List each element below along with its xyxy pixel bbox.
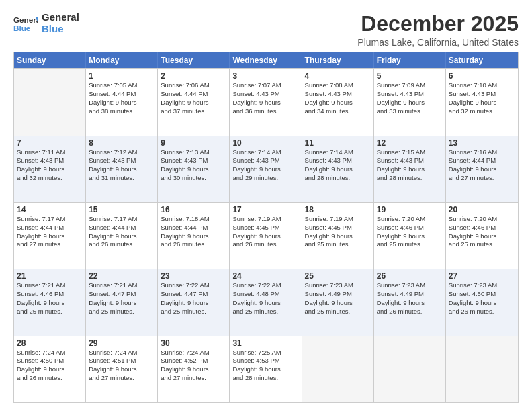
calendar-page: General Blue General Blue December 2025 … (0, 0, 532, 411)
day-number: 28 (17, 338, 83, 348)
sunset: Sunset: 4:49 PM (305, 290, 371, 299)
calendar-row-3: 21Sunrise: 7:21 AMSunset: 4:46 PMDayligh… (14, 269, 518, 335)
logo-icon: General Blue (13, 14, 38, 33)
logo-general: General (42, 12, 79, 24)
calendar-cell-0-0 (14, 69, 86, 135)
calendar-cell-3-4: 25Sunrise: 7:23 AMSunset: 4:49 PMDayligh… (302, 269, 374, 335)
day-number: 15 (89, 205, 154, 214)
daylight-minutes: and 30 minutes. (161, 174, 226, 183)
calendar-cell-4-3: 31Sunrise: 7:25 AMSunset: 4:53 PMDayligh… (230, 336, 302, 402)
month-title: December 2025 (357, 12, 519, 36)
daylight-label: Daylight: 9 hours (377, 99, 443, 107)
daylight-minutes: and 36 minutes. (232, 107, 298, 116)
calendar-cell-2-4: 18Sunrise: 7:19 AMSunset: 4:45 PMDayligh… (302, 203, 374, 269)
daylight-label: Daylight: 9 hours (449, 232, 515, 241)
calendar-cell-2-2: 16Sunrise: 7:18 AMSunset: 4:44 PMDayligh… (158, 203, 230, 269)
sunset: Sunset: 4:44 PM (449, 156, 515, 165)
daylight-minutes: and 25 minutes. (377, 240, 443, 249)
sunrise: Sunrise: 7:24 AM (89, 349, 154, 357)
title-block: December 2025 Plumas Lake, California, U… (357, 12, 519, 48)
sunrise: Sunrise: 7:23 AM (377, 281, 443, 290)
sunrise: Sunrise: 7:24 AM (17, 349, 83, 357)
daylight-minutes: and 28 minutes. (377, 174, 443, 183)
daylight-label: Daylight: 9 hours (232, 232, 298, 241)
day-number: 7 (17, 138, 83, 148)
daylight-minutes: and 28 minutes. (305, 174, 371, 183)
day-number: 5 (377, 71, 443, 81)
daylight-minutes: and 32 minutes. (449, 107, 515, 116)
weekday-header-friday: Friday (374, 52, 446, 68)
sunset: Sunset: 4:53 PM (232, 357, 298, 365)
calendar-cell-3-6: 27Sunrise: 7:23 AMSunset: 4:50 PMDayligh… (446, 269, 518, 335)
sunset: Sunset: 4:44 PM (161, 90, 226, 99)
sunrise: Sunrise: 7:22 AM (161, 281, 226, 290)
day-number: 20 (449, 205, 515, 214)
sunset: Sunset: 4:48 PM (232, 290, 298, 299)
sunrise: Sunrise: 7:19 AM (305, 215, 371, 224)
calendar-row-0: 1Sunrise: 7:05 AMSunset: 4:44 PMDaylight… (14, 68, 518, 135)
calendar-cell-1-0: 7Sunrise: 7:11 AMSunset: 4:43 PMDaylight… (14, 136, 86, 202)
daylight-minutes: and 26 minutes. (232, 240, 298, 249)
day-number: 6 (449, 71, 515, 81)
calendar-cell-3-3: 24Sunrise: 7:22 AMSunset: 4:48 PMDayligh… (230, 269, 302, 335)
day-number: 19 (377, 205, 443, 214)
sunrise: Sunrise: 7:20 AM (449, 215, 515, 224)
sunrise: Sunrise: 7:23 AM (305, 281, 371, 290)
sunrise: Sunrise: 7:15 AM (377, 148, 443, 157)
sunset: Sunset: 4:47 PM (161, 290, 226, 299)
sunrise: Sunrise: 7:20 AM (377, 215, 443, 224)
daylight-label: Daylight: 9 hours (17, 365, 83, 374)
sunrise: Sunrise: 7:16 AM (449, 148, 515, 157)
sunset: Sunset: 4:43 PM (377, 90, 443, 99)
sunset: Sunset: 4:50 PM (17, 357, 83, 365)
logo-blue: Blue (42, 24, 79, 35)
header: General Blue General Blue December 2025 … (13, 12, 519, 48)
sunset: Sunset: 4:47 PM (89, 290, 154, 299)
sunrise: Sunrise: 7:14 AM (232, 148, 298, 157)
day-number: 18 (305, 205, 371, 214)
sunset: Sunset: 4:43 PM (232, 156, 298, 165)
calendar-body: 1Sunrise: 7:05 AMSunset: 4:44 PMDaylight… (14, 68, 518, 402)
weekday-header-saturday: Saturday (446, 52, 518, 68)
sunset: Sunset: 4:49 PM (377, 290, 443, 299)
sunset: Sunset: 4:44 PM (89, 90, 154, 99)
calendar-cell-3-1: 22Sunrise: 7:21 AMSunset: 4:47 PMDayligh… (86, 269, 158, 335)
daylight-label: Daylight: 9 hours (377, 165, 443, 174)
calendar-cell-0-3: 3Sunrise: 7:07 AMSunset: 4:43 PMDaylight… (230, 69, 302, 135)
day-number: 2 (161, 71, 226, 81)
daylight-label: Daylight: 9 hours (449, 99, 515, 107)
daylight-minutes: and 25 minutes. (232, 308, 298, 316)
sunrise: Sunrise: 7:25 AM (232, 349, 298, 357)
sunset: Sunset: 4:43 PM (232, 90, 298, 99)
sunset: Sunset: 4:43 PM (449, 90, 515, 99)
daylight-label: Daylight: 9 hours (377, 232, 443, 241)
day-number: 24 (232, 271, 298, 281)
calendar-cell-0-1: 1Sunrise: 7:05 AMSunset: 4:44 PMDaylight… (86, 69, 158, 135)
daylight-minutes: and 38 minutes. (89, 107, 154, 116)
daylight-label: Daylight: 9 hours (449, 165, 515, 174)
day-number: 10 (232, 138, 298, 148)
calendar-cell-2-6: 20Sunrise: 7:20 AMSunset: 4:46 PMDayligh… (446, 203, 518, 269)
daylight-label: Daylight: 9 hours (232, 99, 298, 107)
day-number: 26 (377, 271, 443, 281)
sunrise: Sunrise: 7:08 AM (305, 81, 371, 90)
sunrise: Sunrise: 7:07 AM (232, 81, 298, 90)
sunrise: Sunrise: 7:13 AM (161, 148, 226, 157)
calendar-cell-3-5: 26Sunrise: 7:23 AMSunset: 4:49 PMDayligh… (374, 269, 446, 335)
calendar-cell-2-0: 14Sunrise: 7:17 AMSunset: 4:44 PMDayligh… (14, 203, 86, 269)
calendar-cell-4-2: 30Sunrise: 7:24 AMSunset: 4:52 PMDayligh… (158, 336, 230, 402)
daylight-label: Daylight: 9 hours (305, 165, 371, 174)
daylight-label: Daylight: 9 hours (232, 365, 298, 374)
sunset: Sunset: 4:50 PM (449, 290, 515, 299)
calendar-cell-1-2: 9Sunrise: 7:13 AMSunset: 4:43 PMDaylight… (158, 136, 230, 202)
daylight-minutes: and 27 minutes. (449, 174, 515, 183)
location: Plumas Lake, California, United States (357, 37, 519, 48)
day-number: 16 (161, 205, 226, 214)
sunrise: Sunrise: 7:18 AM (161, 215, 226, 224)
daylight-minutes: and 33 minutes. (377, 107, 443, 116)
sunrise: Sunrise: 7:11 AM (17, 148, 83, 157)
daylight-minutes: and 28 minutes. (232, 374, 298, 383)
sunrise: Sunrise: 7:12 AM (89, 148, 154, 157)
daylight-label: Daylight: 9 hours (305, 299, 371, 308)
daylight-minutes: and 25 minutes. (449, 240, 515, 249)
